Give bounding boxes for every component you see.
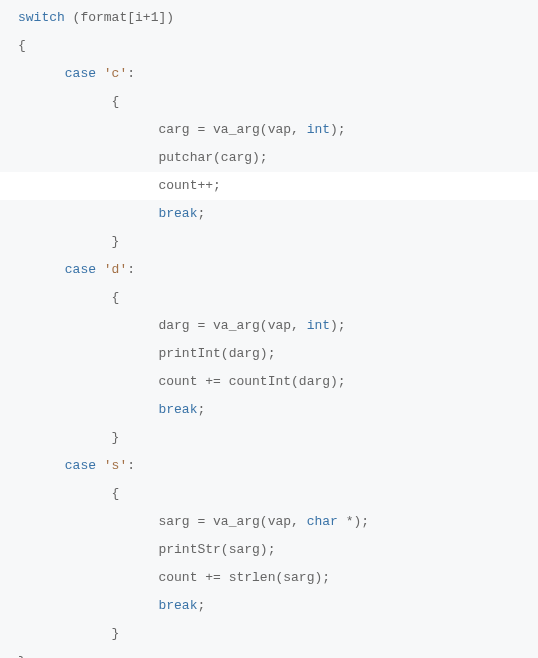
code-line: break; bbox=[18, 592, 538, 620]
colon: : bbox=[127, 262, 135, 277]
code-line: break; bbox=[18, 396, 538, 424]
code-text: ); bbox=[330, 122, 346, 137]
code-text: carg = va_arg(vap, bbox=[18, 122, 307, 137]
code-line: { bbox=[18, 284, 538, 312]
code-text: count += strlen(sarg); bbox=[18, 570, 330, 585]
keyword-case: case bbox=[18, 262, 96, 277]
brace-open: { bbox=[18, 94, 119, 109]
code-line: carg = va_arg(vap, int); bbox=[18, 116, 538, 144]
brace-close: } bbox=[18, 234, 119, 249]
code-line-highlighted: count++; bbox=[0, 172, 538, 200]
colon: : bbox=[127, 458, 135, 473]
code-line: { bbox=[18, 32, 538, 60]
code-block: switch (format[i+1]) { case 'c': { carg … bbox=[0, 0, 538, 658]
keyword-break: break bbox=[158, 402, 197, 417]
code-line: count += strlen(sarg); bbox=[18, 564, 538, 592]
code-line: } bbox=[18, 648, 538, 658]
semicolon: ; bbox=[197, 206, 205, 221]
keyword-switch: switch bbox=[18, 10, 65, 25]
keyword-char: char bbox=[307, 514, 338, 529]
semicolon: ; bbox=[197, 402, 205, 417]
code-text: sarg = va_arg(vap, bbox=[18, 514, 307, 529]
code-line: case 's': bbox=[18, 452, 538, 480]
code-line: } bbox=[18, 228, 538, 256]
code-line: case 'd': bbox=[18, 256, 538, 284]
char-literal: 'c' bbox=[96, 66, 127, 81]
code-text: count++; bbox=[18, 178, 221, 193]
indent bbox=[18, 402, 158, 417]
indent bbox=[18, 598, 158, 613]
code-text: (format[i+1]) bbox=[65, 10, 174, 25]
code-line: count += countInt(darg); bbox=[18, 368, 538, 396]
code-line: darg = va_arg(vap, int); bbox=[18, 312, 538, 340]
brace-open: { bbox=[18, 290, 119, 305]
code-line: } bbox=[18, 424, 538, 452]
brace-close: } bbox=[18, 654, 26, 658]
code-line: printStr(sarg); bbox=[18, 536, 538, 564]
code-line: putchar(carg); bbox=[18, 144, 538, 172]
code-text: *); bbox=[338, 514, 369, 529]
indent bbox=[18, 206, 158, 221]
brace-open: { bbox=[18, 486, 119, 501]
code-text: printInt(darg); bbox=[18, 346, 275, 361]
colon: : bbox=[127, 66, 135, 81]
code-line: break; bbox=[18, 200, 538, 228]
code-line: case 'c': bbox=[18, 60, 538, 88]
code-line: printInt(darg); bbox=[18, 340, 538, 368]
keyword-case: case bbox=[18, 66, 96, 81]
code-text: darg = va_arg(vap, bbox=[18, 318, 307, 333]
brace-close: } bbox=[18, 430, 119, 445]
code-line: sarg = va_arg(vap, char *); bbox=[18, 508, 538, 536]
code-line: { bbox=[18, 480, 538, 508]
char-literal: 's' bbox=[96, 458, 127, 473]
keyword-break: break bbox=[158, 598, 197, 613]
code-text: printStr(sarg); bbox=[18, 542, 275, 557]
code-line: { bbox=[18, 88, 538, 116]
brace-close: } bbox=[18, 626, 119, 641]
keyword-break: break bbox=[158, 206, 197, 221]
keyword-int: int bbox=[307, 122, 330, 137]
code-text: count += countInt(darg); bbox=[18, 374, 346, 389]
code-line: } bbox=[18, 620, 538, 648]
code-text: ); bbox=[330, 318, 346, 333]
keyword-case: case bbox=[18, 458, 96, 473]
keyword-int: int bbox=[307, 318, 330, 333]
semicolon: ; bbox=[197, 598, 205, 613]
code-text: putchar(carg); bbox=[18, 150, 268, 165]
brace-open: { bbox=[18, 38, 26, 53]
code-line: switch (format[i+1]) bbox=[18, 4, 538, 32]
char-literal: 'd' bbox=[96, 262, 127, 277]
